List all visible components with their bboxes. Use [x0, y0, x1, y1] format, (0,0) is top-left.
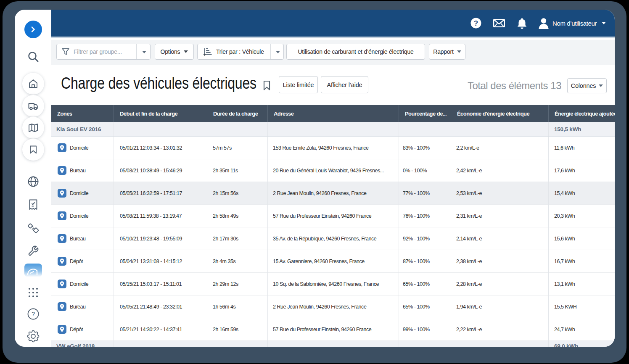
svg-text:?: ? — [31, 311, 34, 317]
svg-text:?: ? — [474, 19, 478, 27]
